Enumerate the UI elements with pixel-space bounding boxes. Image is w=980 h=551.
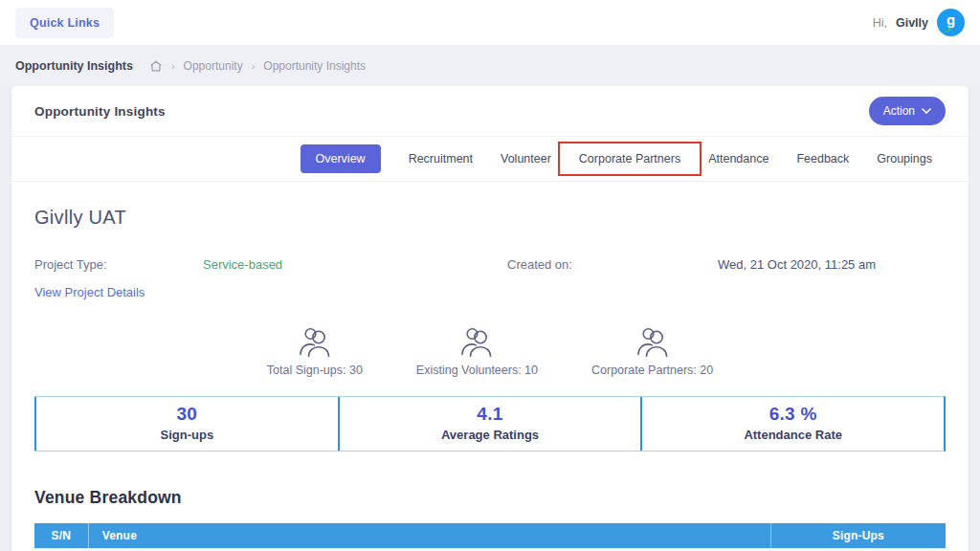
- corporate-partners-stat: Corporate Partners: 20: [591, 325, 713, 377]
- tab-recruitment[interactable]: Recruitment: [409, 152, 473, 165]
- tab-groupings[interactable]: Groupings: [877, 152, 932, 165]
- icon-stats-row: Total Sign-ups: 30 Existing Volunteers: …: [34, 325, 946, 377]
- user-area: Hi, Givlly g ➚: [873, 9, 965, 36]
- average-ratings-value: 4.1: [340, 404, 641, 425]
- existing-volunteers-stat: Existing Volunteers: 10: [416, 325, 538, 377]
- venue-breakdown-title: Venue Breakdown: [34, 488, 946, 508]
- column-header-signups: Sign-Ups: [770, 523, 946, 548]
- tab-feedback[interactable]: Feedback: [796, 152, 849, 165]
- breadcrumb-separator: ›: [171, 60, 175, 72]
- venue-breakdown-table: S/N Venue Sign-Ups: [34, 523, 946, 551]
- breadcrumb-separator: ›: [252, 60, 256, 72]
- tab-attendance[interactable]: Attendance: [708, 152, 768, 165]
- signups-value: 30: [36, 404, 338, 425]
- corporate-partners-label: Corporate Partners: 20: [591, 364, 713, 377]
- project-type-label: Project Type:: [34, 257, 203, 272]
- created-on-value: Wed, 21 Oct 2020, 11:25 am: [718, 257, 946, 272]
- home-icon[interactable]: [149, 59, 163, 73]
- attendance-rate-label: Attendance Rate: [642, 428, 944, 442]
- breadcrumb: Opportunity Insights › Opportunity › Opp…: [0, 45, 980, 86]
- project-type-value: Service-based: [203, 257, 507, 272]
- tab-corporate-partners-label: Corporate Partners: [579, 152, 680, 165]
- overview-panel: Givlly UAT Project Type: Service-based C…: [11, 207, 969, 551]
- summary-stat-boxes: 30 Sign-ups 4.1 Average Ratings 6.3 % At…: [34, 396, 946, 452]
- attendance-rate-box: 6.3 % Attendance Rate: [640, 397, 944, 451]
- main-card: Opportunity Insights Action Overview Rec…: [11, 86, 969, 551]
- existing-volunteers-label: Existing Volunteers: 10: [416, 364, 538, 377]
- logo-arrow-icon: ➚: [945, 26, 952, 34]
- tab-corporate-partners[interactable]: Corporate Partners: [579, 152, 680, 165]
- topbar: Quick Links Hi, Givlly g ➚: [0, 0, 980, 45]
- username-text: Givlly: [896, 16, 928, 30]
- breadcrumb-item-opportunity[interactable]: Opportunity: [184, 59, 243, 73]
- attendance-rate-value: 6.3 %: [642, 404, 944, 425]
- tab-overview[interactable]: Overview: [301, 144, 381, 173]
- signups-label: Sign-ups: [36, 428, 338, 442]
- breadcrumb-item-opportunity-insights: Opportunity Insights: [263, 59, 366, 73]
- view-project-details-link[interactable]: View Project Details: [34, 285, 145, 299]
- users-icon: [298, 325, 332, 357]
- chevron-down-icon: [922, 108, 931, 114]
- action-button[interactable]: Action: [869, 97, 946, 125]
- project-name: Givlly UAT: [34, 207, 946, 229]
- column-header-sn: S/N: [34, 523, 88, 548]
- created-on-label: Created on:: [507, 257, 718, 272]
- card-header: Opportunity Insights Action: [11, 86, 969, 136]
- users-icon: [459, 325, 494, 357]
- total-signups-label: Total Sign-ups: 30: [267, 364, 363, 377]
- signups-box: 30 Sign-ups: [34, 397, 338, 451]
- project-meta: Project Type: Service-based Created on: …: [34, 257, 946, 272]
- avatar[interactable]: g ➚: [937, 9, 965, 36]
- column-header-venue: Venue: [88, 523, 770, 548]
- tab-volunteer[interactable]: Volunteer: [501, 152, 551, 165]
- action-button-label: Action: [883, 104, 915, 118]
- users-icon: [635, 325, 670, 357]
- page-title: Opportunity Insights: [15, 59, 133, 73]
- quick-links-button[interactable]: Quick Links: [15, 8, 114, 38]
- average-ratings-box: 4.1 Average Ratings: [338, 397, 641, 451]
- average-ratings-label: Average Ratings: [340, 428, 641, 442]
- table-header-row: S/N Venue Sign-Ups: [34, 523, 946, 548]
- tab-bar: Overview Recruitment Volunteer Corporate…: [11, 136, 969, 182]
- card-title: Opportunity Insights: [34, 104, 166, 119]
- total-signups-stat: Total Sign-ups: 30: [267, 325, 363, 377]
- greeting-text: Hi,: [873, 16, 887, 30]
